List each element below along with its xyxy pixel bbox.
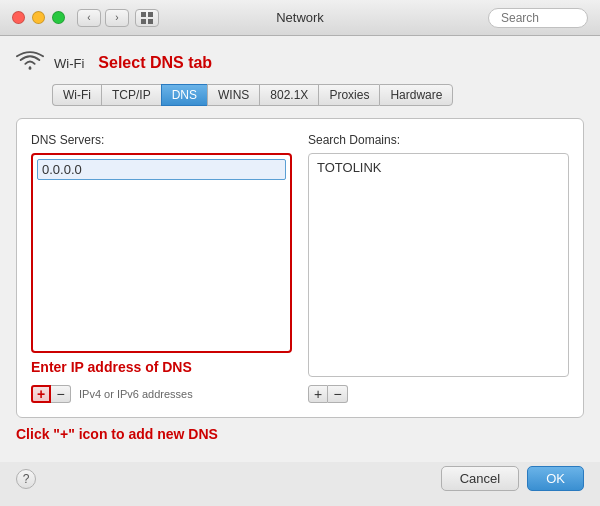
svg-rect-0 <box>141 12 146 17</box>
help-button[interactable]: ? <box>16 469 36 489</box>
titlebar: ‹ › Network <box>0 0 600 36</box>
minimize-button[interactable] <box>32 11 45 24</box>
instruction-add-dns: Click "+" icon to add new DNS <box>16 426 584 442</box>
search-input[interactable] <box>501 11 581 25</box>
search-bar[interactable] <box>488 8 588 28</box>
ipv-label: IPv4 or IPv6 addresses <box>79 388 193 400</box>
two-column-layout: DNS Servers: 0.0.0.0 Enter IP address of… <box>31 133 569 403</box>
add-domain-button[interactable]: + <box>308 385 328 403</box>
instruction-select-dns: Select DNS tab <box>98 54 212 72</box>
traffic-lights <box>12 11 65 24</box>
dns-servers-list[interactable]: 0.0.0.0 <box>31 153 292 353</box>
add-dns-button[interactable]: + <box>31 385 51 403</box>
tab-wifi[interactable]: Wi-Fi <box>52 84 101 106</box>
window-title: Network <box>276 10 324 25</box>
ok-button[interactable]: OK <box>527 466 584 491</box>
tab-wins[interactable]: WINS <box>207 84 259 106</box>
search-domains-controls: + − <box>308 381 569 403</box>
svg-rect-3 <box>148 19 153 24</box>
dns-servers-column: DNS Servers: 0.0.0.0 Enter IP address of… <box>31 133 292 403</box>
dns-entry-0[interactable]: 0.0.0.0 <box>37 159 286 180</box>
tab-tcpip[interactable]: TCP/IP <box>101 84 161 106</box>
domain-entry-0: TOTOLINK <box>313 158 564 177</box>
maximize-button[interactable] <box>52 11 65 24</box>
svg-rect-2 <box>141 19 146 24</box>
dns-servers-label: DNS Servers: <box>31 133 292 147</box>
close-button[interactable] <box>12 11 25 24</box>
tab-8021x[interactable]: 802.1X <box>259 84 318 106</box>
search-domains-column: Search Domains: TOTOLINK + − <box>308 133 569 403</box>
svg-rect-1 <box>148 12 153 17</box>
dns-list-controls: + − IPv4 or IPv6 addresses <box>31 385 292 403</box>
instruction-enter-ip: Enter IP address of DNS <box>31 359 292 375</box>
search-domains-label: Search Domains: <box>308 133 569 147</box>
cancel-button[interactable]: Cancel <box>441 466 519 491</box>
search-domains-list[interactable]: TOTOLINK <box>308 153 569 377</box>
wifi-svg <box>16 50 44 72</box>
grid-button[interactable] <box>135 9 159 27</box>
forward-button[interactable]: › <box>105 9 129 27</box>
tabs-row: Wi-Fi TCP/IP DNS WINS 802.1X Proxies Har… <box>16 84 584 106</box>
remove-domain-button[interactable]: − <box>328 385 348 403</box>
tab-dns[interactable]: DNS <box>161 84 207 106</box>
nav-buttons: ‹ › <box>77 9 129 27</box>
tab-proxies[interactable]: Proxies <box>318 84 379 106</box>
remove-dns-button[interactable]: − <box>51 385 71 403</box>
svg-point-6 <box>29 67 32 70</box>
tab-hardware[interactable]: Hardware <box>379 84 453 106</box>
window-body: Wi-Fi Select DNS tab Wi-Fi TCP/IP DNS WI… <box>0 36 600 462</box>
header-row: Wi-Fi Select DNS tab <box>16 50 584 76</box>
wifi-icon <box>16 50 44 76</box>
back-button[interactable]: ‹ <box>77 9 101 27</box>
connection-name: Wi-Fi <box>54 56 84 71</box>
content-area: DNS Servers: 0.0.0.0 Enter IP address of… <box>16 118 584 418</box>
footer: ? Cancel OK <box>0 462 600 501</box>
